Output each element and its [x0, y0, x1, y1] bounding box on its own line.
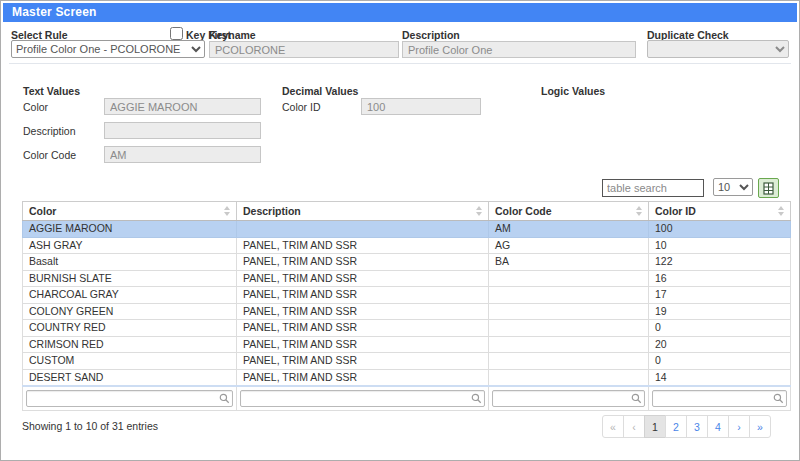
pagination: «‹1234›»: [603, 415, 771, 438]
text-description-label: Description: [23, 125, 76, 137]
table-cell: PANEL, TRIM AND SSR: [237, 353, 489, 370]
keyname-label: Keyname: [209, 29, 256, 41]
table-cell: PANEL, TRIM AND SSR: [237, 303, 489, 320]
duplicate-check-dropdown[interactable]: [647, 40, 789, 58]
results-table: Color Description Color Code Color ID AG…: [22, 201, 791, 411]
description-field[interactable]: [402, 41, 636, 58]
sort-icon: [636, 206, 642, 216]
table-row[interactable]: COLONY GREENPANEL, TRIM AND SSR19: [23, 303, 791, 320]
table-cell: 17: [649, 287, 791, 304]
page-title: Master Screen: [3, 3, 797, 22]
table-cell: [489, 336, 649, 353]
table-cell: COLONY GREEN: [23, 303, 237, 320]
table-row[interactable]: AGGIE MAROONAM100: [23, 221, 791, 238]
table-cell: PANEL, TRIM AND SSR: [237, 254, 489, 271]
pagination-button[interactable]: 1: [644, 415, 666, 438]
sort-icon: [778, 206, 784, 216]
table-cell: BA: [489, 254, 649, 271]
table-cell: AM: [489, 221, 649, 238]
table-row[interactable]: COUNTRY REDPANEL, TRIM AND SSR0: [23, 320, 791, 337]
sort-icon: [224, 206, 230, 216]
pagination-button[interactable]: ›: [728, 415, 750, 438]
table-row[interactable]: CHARCOAL GRAYPANEL, TRIM AND SSR17: [23, 287, 791, 304]
table-header-row: Color Description Color Code Color ID: [23, 202, 791, 221]
pagination-button[interactable]: «: [602, 415, 624, 438]
filter-input-color-id[interactable]: [652, 390, 787, 407]
color-code-label: Color Code: [23, 149, 76, 161]
table-cell: PANEL, TRIM AND SSR: [237, 270, 489, 287]
filter-input-color[interactable]: [26, 390, 233, 407]
color-field[interactable]: [104, 98, 261, 115]
column-header-color-id[interactable]: Color ID: [649, 202, 791, 221]
table-cell: [237, 221, 489, 238]
table-cell: PANEL, TRIM AND SSR: [237, 369, 489, 386]
column-filter-row: [23, 386, 791, 410]
table-cell: 0: [649, 353, 791, 370]
table-cell: AG: [489, 237, 649, 254]
filter-input-description[interactable]: [240, 390, 485, 407]
table-cell: 122: [649, 254, 791, 271]
logic-values-title: Logic Values: [541, 85, 605, 97]
search-icon: [773, 393, 784, 404]
search-icon: [471, 393, 482, 404]
pagination-button[interactable]: 4: [707, 415, 729, 438]
table-cell: PANEL, TRIM AND SSR: [237, 237, 489, 254]
spreadsheet-icon: [763, 182, 774, 195]
table-row[interactable]: BURNISH SLATEPANEL, TRIM AND SSR16: [23, 270, 791, 287]
color-id-field[interactable]: [361, 98, 481, 115]
table-cell: BURNISH SLATE: [23, 270, 237, 287]
table-cell: CRIMSON RED: [23, 336, 237, 353]
pagination-button[interactable]: 2: [665, 415, 687, 438]
table-cell: [489, 320, 649, 337]
keyname-field[interactable]: [209, 41, 399, 58]
decimal-values-title: Decimal Values: [282, 85, 358, 97]
color-code-field[interactable]: [104, 146, 261, 163]
text-values-title: Text Values: [23, 85, 80, 97]
color-label: Color: [23, 101, 48, 113]
table-cell: CUSTOM: [23, 353, 237, 370]
page-size-select[interactable]: 10: [713, 178, 753, 196]
table-cell: CHARCOAL GRAY: [23, 287, 237, 304]
table-cell: [489, 270, 649, 287]
table-info-text: Showing 1 to 10 of 31 entries: [22, 420, 158, 432]
table-cell: [489, 353, 649, 370]
pagination-button[interactable]: ‹: [623, 415, 645, 438]
key-first-checkbox[interactable]: [170, 27, 183, 40]
table-cell: Basalt: [23, 254, 237, 271]
table-cell: 19: [649, 303, 791, 320]
table-cell: DESERT SAND: [23, 369, 237, 386]
column-header-color[interactable]: Color: [23, 202, 237, 221]
table-body: AGGIE MAROONAM100ASH GRAYPANEL, TRIM AND…: [23, 221, 791, 387]
color-id-label: Color ID: [282, 101, 321, 113]
table-row[interactable]: CRIMSON REDPANEL, TRIM AND SSR20: [23, 336, 791, 353]
table-cell: 0: [649, 320, 791, 337]
column-header-color-code[interactable]: Color Code: [489, 202, 649, 221]
table-cell: 14: [649, 369, 791, 386]
table-row[interactable]: DESERT SANDPANEL, TRIM AND SSR14: [23, 369, 791, 386]
table-cell: 10: [649, 237, 791, 254]
table-row[interactable]: CUSTOMPANEL, TRIM AND SSR0: [23, 353, 791, 370]
pagination-button[interactable]: 3: [686, 415, 708, 438]
filter-input-color-code[interactable]: [492, 390, 645, 407]
table-cell: 100: [649, 221, 791, 238]
export-excel-button[interactable]: [758, 178, 779, 198]
master-screen-window: Master Screen Select Rule Key First Keyn…: [0, 0, 800, 461]
table-cell: 20: [649, 336, 791, 353]
table-row[interactable]: ASH GRAYPANEL, TRIM AND SSRAG10: [23, 237, 791, 254]
text-description-field[interactable]: [104, 122, 261, 139]
pagination-button[interactable]: »: [749, 415, 771, 438]
table-cell: AGGIE MAROON: [23, 221, 237, 238]
table-cell: [489, 287, 649, 304]
table-row[interactable]: BasaltPANEL, TRIM AND SSRBA122: [23, 254, 791, 271]
search-icon: [219, 393, 230, 404]
table-cell: [489, 369, 649, 386]
table-cell: PANEL, TRIM AND SSR: [237, 287, 489, 304]
table-cell: PANEL, TRIM AND SSR: [237, 336, 489, 353]
table-cell: COUNTRY RED: [23, 320, 237, 337]
table-cell: [489, 303, 649, 320]
sort-icon: [476, 206, 482, 216]
table-search-input[interactable]: [602, 179, 704, 197]
divider: [9, 63, 791, 64]
column-header-description[interactable]: Description: [237, 202, 489, 221]
select-rule-dropdown[interactable]: Profile Color One - PCOLORONE: [11, 40, 205, 58]
